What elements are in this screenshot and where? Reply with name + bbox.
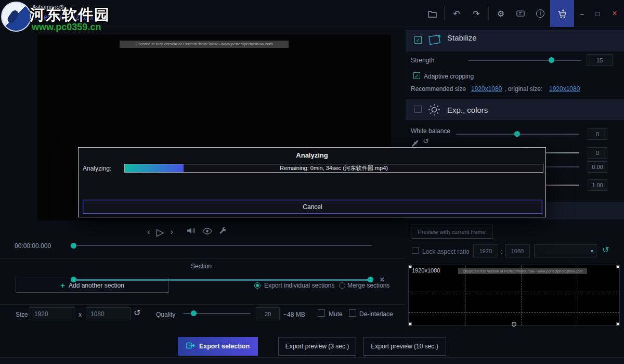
export-icon xyxy=(186,342,195,351)
aspect-width-value[interactable]: 1920 xyxy=(473,244,498,257)
section-end-handle[interactable] xyxy=(368,277,373,282)
adaptive-cropping-checkbox[interactable]: ✓ xyxy=(413,72,420,79)
crop-size-label: 1920x1080 xyxy=(412,267,440,274)
undo-button[interactable]: ↶ xyxy=(447,0,466,27)
deinterlace-checkbox[interactable] xyxy=(349,309,356,317)
crop-preview[interactable]: Created in trial version of PerfectPhoto… xyxy=(408,265,620,326)
preview-toggle-button[interactable] xyxy=(202,225,212,239)
plus-icon: + xyxy=(60,281,65,290)
titlebar-separator xyxy=(444,7,445,20)
reset-crop-icon[interactable]: ↺ xyxy=(602,245,609,255)
height-input[interactable] xyxy=(86,307,131,320)
merge-sections-label: Merge sections xyxy=(347,282,389,289)
export-preview-3s-button[interactable]: Export preview (3 sec.) xyxy=(278,337,356,356)
white-balance-label: White balance xyxy=(411,127,450,135)
size-times-label: x xyxy=(79,311,82,318)
mute-label: Mute xyxy=(329,310,343,318)
size-label: Size xyxy=(16,311,28,318)
crop-handle-bl[interactable] xyxy=(409,322,412,326)
progress-bar: Remaining: 0min, 34sec (河东软件园.mp4) xyxy=(124,164,543,173)
next-frame-button[interactable]: › xyxy=(170,225,173,239)
exp-colors-checkbox[interactable] xyxy=(414,106,422,113)
close-button[interactable]: × xyxy=(605,0,624,27)
chevron-down-icon: ▾ xyxy=(591,248,593,254)
white-balance-value[interactable]: 0 xyxy=(588,128,607,140)
reset-white-balance-icon[interactable]: ↺ xyxy=(423,137,429,145)
strength-label: Strength xyxy=(411,57,434,64)
export-selection-button[interactable]: Export selection xyxy=(178,337,258,356)
stabilize-icon xyxy=(427,34,442,48)
cancel-button[interactable]: Cancel xyxy=(83,200,542,214)
settings-button[interactable]: ⚙ xyxy=(491,0,511,27)
thumb-trial-watermark: Created in trial version of PerfectPhoto… xyxy=(458,268,587,274)
section-label: Section: xyxy=(191,263,213,270)
crop-handle-tr[interactable] xyxy=(616,265,619,268)
lock-aspect-label: Lock aspect ratio xyxy=(422,248,470,255)
tools-button[interactable] xyxy=(218,225,227,239)
original-size-link[interactable]: 1920x1080 xyxy=(549,85,580,93)
redo-button[interactable]: ↷ xyxy=(466,0,486,27)
previous-frame-button[interactable]: ‹ xyxy=(147,225,150,239)
white-balance-handle[interactable] xyxy=(514,131,520,137)
export-individual-radio[interactable] xyxy=(254,282,261,289)
crop-handle-bottom[interactable] xyxy=(512,322,516,327)
mute-checkbox[interactable] xyxy=(318,309,325,317)
timeline-track[interactable] xyxy=(70,245,372,246)
maximize-button[interactable]: □ xyxy=(590,0,605,27)
sun-icon xyxy=(428,103,440,118)
grid-line xyxy=(409,313,619,313)
filesize-estimate: ~48 MB xyxy=(283,311,305,318)
stabilize-title: Stabilize xyxy=(447,33,477,42)
reset-size-icon[interactable]: ↺ xyxy=(134,308,140,318)
adaptive-cropping-label: Adaptive cropping xyxy=(424,73,474,80)
gamma-value[interactable]: 1.00 xyxy=(588,179,607,191)
stabilize-checkbox[interactable]: ✓ xyxy=(414,36,422,44)
merge-sections-radio[interactable] xyxy=(339,282,345,289)
strength-handle[interactable] xyxy=(549,57,554,63)
exposure-value[interactable]: 0.00 xyxy=(588,161,607,173)
crop-handle-tl[interactable] xyxy=(409,265,412,268)
export-individual-label: Export individual sections xyxy=(264,282,334,289)
crop-handle-br[interactable] xyxy=(616,322,619,326)
section-range-track[interactable] xyxy=(74,279,371,281)
aspect-preset-dropdown[interactable]: ▾ xyxy=(534,244,596,257)
export-selection-label: Export selection xyxy=(199,343,250,350)
add-section-label: Add another section xyxy=(69,282,124,289)
timeline-handle[interactable] xyxy=(71,243,76,249)
tint-value[interactable]: 0 xyxy=(588,147,607,159)
grid-line xyxy=(522,265,522,326)
preview-current-frame-button[interactable]: Preview with current frame xyxy=(411,225,492,239)
feedback-button[interactable] xyxy=(511,0,530,27)
width-input[interactable] xyxy=(30,307,74,320)
section-start-handle[interactable] xyxy=(71,277,76,282)
export-preview-10s-button[interactable]: Export preview (10 sec.) xyxy=(363,337,446,356)
separator xyxy=(0,258,406,259)
eye-icon xyxy=(202,227,212,237)
gear-icon: ⚙ xyxy=(497,9,504,19)
remaining-time: Remaining: 0min, 34sec (河东软件园.mp4) xyxy=(125,164,543,172)
cart-icon xyxy=(557,9,567,18)
grid-line xyxy=(465,265,465,326)
play-button[interactable]: ▷ xyxy=(157,225,164,239)
timecode: 00:00:00.000 xyxy=(15,242,51,250)
aspect-height-value[interactable]: 1080 xyxy=(505,244,530,257)
volume-button[interactable] xyxy=(187,225,196,239)
titlebar-separator xyxy=(488,7,489,20)
info-icon: i xyxy=(536,9,544,18)
recommended-size-label: Recommended size xyxy=(411,85,466,93)
quality-handle[interactable] xyxy=(191,310,197,316)
strength-track[interactable] xyxy=(468,60,581,61)
watermark-logo-icon xyxy=(1,2,31,32)
lock-aspect-checkbox[interactable] xyxy=(412,247,419,254)
minimize-button[interactable]: – xyxy=(574,0,590,27)
quality-value[interactable]: 20 xyxy=(256,307,280,320)
info-button[interactable]: i xyxy=(530,0,550,27)
grid-line xyxy=(409,292,619,292)
quality-label: Quality xyxy=(156,311,175,318)
speaker-icon xyxy=(187,227,196,237)
aspect-colon: : xyxy=(501,248,502,255)
open-folder-button[interactable] xyxy=(422,0,442,27)
strength-value[interactable]: 15 xyxy=(587,54,613,66)
buy-button[interactable] xyxy=(550,0,574,27)
recommended-size-link[interactable]: 1920x1080 xyxy=(471,85,502,93)
